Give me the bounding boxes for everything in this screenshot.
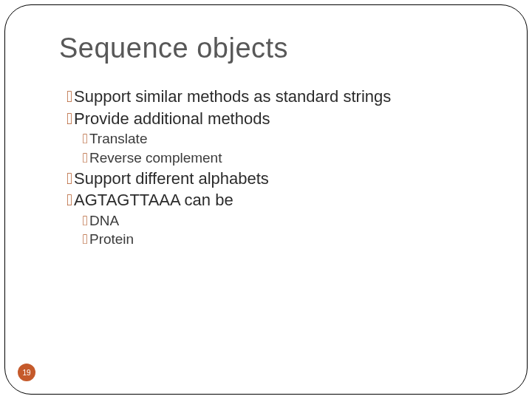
- bullet-text: DNA: [89, 213, 119, 228]
- swirl-bullet-icon: : [83, 231, 88, 248]
- bullet-text: Provide additional methods: [74, 109, 270, 128]
- swirl-bullet-icon: : [83, 130, 88, 148]
- bullet-text: Protein: [89, 231, 134, 247]
- bullet-level1: Support different alphabets: [66, 168, 488, 189]
- page-number: 19: [22, 369, 30, 377]
- bullet-level2: Protein: [83, 231, 488, 248]
- slide-title: Sequence objects: [59, 33, 288, 64]
- bullet-text: Translate: [89, 131, 148, 146]
- swirl-bullet-icon: : [83, 149, 88, 167]
- swirl-bullet-icon: : [66, 86, 72, 107]
- bullet-level1: Support similar methods as standard str…: [66, 86, 488, 107]
- slide: Sequence objects Support similar method…: [0, 0, 532, 399]
- slide-content: Support similar methods as standard str…: [66, 85, 488, 250]
- page-number-badge: 19: [18, 364, 35, 381]
- bullet-text: Reverse complement: [89, 150, 222, 166]
- bullet-level2: DNA: [83, 212, 488, 230]
- swirl-bullet-icon: : [66, 168, 72, 189]
- bullet-text: Support different alphabets: [74, 169, 269, 188]
- bullet-level1: Provide additional methods: [66, 109, 488, 129]
- swirl-bullet-icon: : [83, 212, 88, 230]
- bullet-level2: Translate: [83, 130, 488, 148]
- swirl-bullet-icon: : [66, 190, 72, 211]
- swirl-bullet-icon: : [66, 109, 72, 129]
- bullet-text: AGTAGTTAAA can be: [74, 191, 233, 209]
- bullet-level1: AGTAGTTAAA can be: [66, 190, 488, 211]
- bullet-text: Support similar methods as standard stri…: [74, 87, 391, 106]
- bullet-level2: Reverse complement: [83, 149, 488, 167]
